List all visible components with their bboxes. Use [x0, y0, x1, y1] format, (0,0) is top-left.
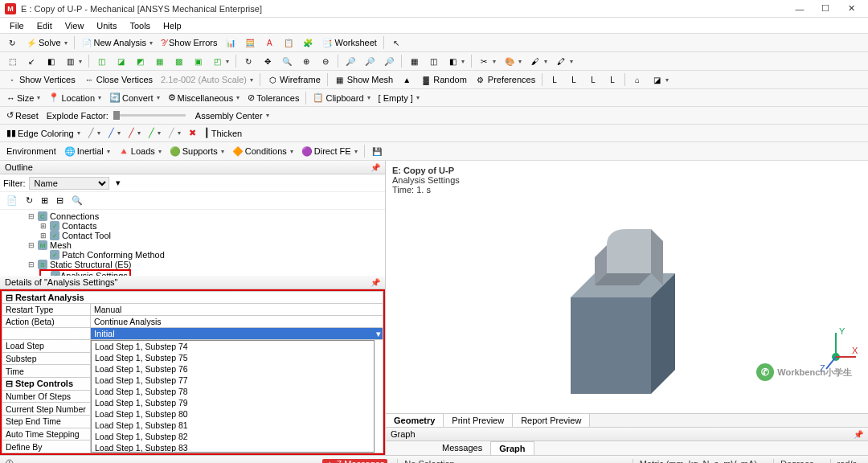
tool-b-icon[interactable]: 🧮 — [241, 35, 259, 50]
zoom-box-icon[interactable]: 🔍 — [278, 54, 296, 68]
show-vertices-button[interactable]: ◦Show Vertices — [3, 72, 79, 87]
dropdown-option[interactable]: Load Step 1, Substep 76 — [92, 363, 374, 375]
tree-node[interactable]: ⊟CConnections — [3, 211, 382, 221]
dropdown-option[interactable]: Load Step 1, Substep 77 — [92, 375, 374, 386]
location-menu[interactable]: 📍 Location — [45, 91, 104, 104]
tree-expand-icon[interactable]: ⊞ — [38, 194, 51, 207]
dropdown-option[interactable]: Load Step 1, Substep 79 — [92, 397, 374, 408]
home-icon[interactable]: ⌂ — [628, 72, 646, 87]
mag1-icon[interactable]: 🔎 — [342, 54, 359, 68]
cube1-icon[interactable]: ◫ — [92, 54, 110, 68]
ec-x-icon[interactable]: ✖ — [186, 126, 199, 140]
sel-edge-icon[interactable]: ↙ — [23, 54, 40, 68]
rotate-icon[interactable]: ↻ — [240, 54, 257, 68]
zoom-icon[interactable]: ⊖ — [317, 54, 334, 68]
row-load-step[interactable]: Load Step Load Step 1, Substep 74Load St… — [2, 340, 383, 353]
preferences-button[interactable]: ⚙Preferences — [472, 72, 538, 87]
pin2-icon[interactable]: 📌 — [371, 278, 380, 287]
row-action[interactable]: Action (Beta)Continue Analysis — [2, 316, 383, 328]
cube2-icon[interactable]: ◪ — [112, 54, 129, 68]
close-vertices-button[interactable]: ◦◦Close Vertices — [80, 72, 156, 87]
tolerances-menu[interactable]: ⊘ Tolerances — [244, 91, 302, 104]
tree-collapse-icon[interactable]: ⊟ — [53, 194, 67, 207]
cube4-icon[interactable]: ▦ — [150, 54, 168, 68]
ec2-icon[interactable]: ╱ — [105, 126, 124, 140]
size-menu[interactable]: ↔ Size — [3, 92, 43, 104]
explode-slider[interactable] — [113, 114, 186, 117]
solve-button[interactable]: ⚡Solve — [23, 35, 71, 50]
close-button[interactable]: ✕ — [839, 2, 863, 16]
minimize-button[interactable]: — — [788, 2, 812, 16]
menu-tools[interactable]: Tools — [123, 19, 157, 32]
dropdown-option[interactable]: Load Step 1, Substep 74 — [92, 341, 374, 352]
clipboard-menu[interactable]: 📋 Clipboard — [309, 91, 373, 104]
mesh-k-icon[interactable]: ▲ — [398, 72, 416, 87]
show-mesh-button[interactable]: ▦Show Mesh — [331, 72, 396, 87]
menu-view[interactable]: View — [59, 19, 91, 32]
tab-messages[interactable]: Messages — [434, 441, 490, 455]
csys3-icon[interactable]: L — [584, 72, 602, 87]
tool-a-icon[interactable]: 📊 — [222, 35, 240, 50]
tree-node[interactable]: ⊞✓Contacts — [3, 221, 382, 231]
ec5-icon[interactable]: ╱ — [166, 126, 184, 140]
menu-file[interactable]: File — [3, 19, 31, 32]
directfe-menu[interactable]: 🟣 Direct FE — [298, 145, 361, 158]
color-icon[interactable]: 🎨 — [501, 54, 525, 68]
dropdown-option[interactable]: Load Step 1, Substep 75 — [92, 352, 374, 363]
pin3-icon[interactable]: 📌 — [854, 430, 863, 439]
supports-menu[interactable]: 🟢 Supports — [166, 145, 227, 158]
palette-icon[interactable]: 🖍 — [552, 54, 576, 68]
clipboard-empty[interactable]: [ Empty ] — [375, 92, 423, 104]
auto-scale-combo[interactable]: 2.1e-002 (Auto Scale) — [158, 73, 256, 86]
pan-icon[interactable]: ✥ — [259, 54, 276, 68]
misc-menu[interactable]: ⚙ Miscellaneous — [165, 91, 244, 104]
show-errors-button[interactable]: ?∕Show Errors — [158, 36, 221, 49]
tree-btn1[interactable]: 📄 — [3, 194, 21, 207]
slice-icon[interactable]: ✂ — [475, 54, 499, 68]
sel-face-icon[interactable]: ◧ — [42, 54, 59, 68]
view3-icon[interactable]: ◧ — [444, 54, 468, 68]
zoom-fit-icon[interactable]: ⊕ — [297, 54, 315, 68]
restart-point-dropdown[interactable]: Load Step 1, Substep 74Load Step 1, Subs… — [91, 340, 383, 453]
tool-d-icon[interactable]: 📋 — [280, 35, 297, 50]
tab-print-preview[interactable]: Print Preview — [444, 414, 513, 427]
refresh-icon[interactable]: ↻ — [3, 35, 21, 50]
mag2-icon[interactable]: 🔎 — [361, 54, 379, 68]
dropdown-option[interactable]: Load Step 1, Substep 80 — [92, 408, 374, 420]
filter-select[interactable]: Name — [29, 177, 109, 190]
cube5-icon[interactable]: ▩ — [170, 54, 187, 68]
sel-vertex-icon[interactable]: ⬚ — [3, 54, 21, 68]
cube6-icon[interactable]: ▣ — [189, 54, 207, 68]
view2-icon[interactable]: ◫ — [424, 54, 442, 68]
convert-menu[interactable]: 🔄 Convert — [106, 91, 163, 104]
loads-menu[interactable]: 🔺 Loads — [115, 145, 165, 158]
row-current-restart-point[interactable]: Current Restart Point Initial▾ — [2, 328, 383, 340]
dropdown-option[interactable]: Load Step 1, Substep 83 — [92, 442, 374, 453]
reset-button[interactable]: ↺ Reset — [3, 109, 42, 122]
arrow-dn[interactable]: ◪ — [648, 72, 672, 87]
tree-node[interactable]: ✓Analysis Settings — [3, 269, 382, 276]
csys1-icon[interactable]: L — [546, 72, 563, 87]
dropdown-option[interactable]: Load Step 1, Substep 78 — [92, 386, 374, 397]
tool-c-icon[interactable]: A — [260, 35, 278, 50]
tab-geometry[interactable]: Geometry — [386, 414, 444, 427]
menu-units[interactable]: Units — [90, 19, 123, 32]
menu-edit[interactable]: Edit — [31, 19, 59, 32]
filter-clear-icon[interactable]: ▾ — [113, 176, 124, 190]
cube3-icon[interactable]: ◩ — [131, 54, 149, 68]
ec3-icon[interactable]: ╱ — [125, 126, 144, 140]
tab-graph[interactable]: Graph — [490, 441, 534, 455]
tree-node[interactable]: ✓Patch Conforming Method — [3, 250, 382, 260]
ec1-icon[interactable]: ╱ — [85, 126, 104, 140]
csys4-icon[interactable]: L — [604, 72, 621, 87]
tree-node[interactable]: ⊞✓Contact Tool — [3, 231, 382, 240]
tree-btn2[interactable]: ↻ — [23, 194, 36, 207]
maximize-button[interactable]: ☐ — [813, 2, 837, 16]
inertial-menu[interactable]: 🌐 Inertial — [61, 145, 113, 158]
paint-icon[interactable]: 🖌 — [526, 54, 551, 68]
csys2-icon[interactable]: L — [565, 72, 583, 87]
wireframe-button[interactable]: ⬡Wireframe — [264, 72, 324, 87]
mag3-icon[interactable]: 🔎 — [380, 54, 398, 68]
cube7-icon[interactable]: ◰ — [208, 54, 232, 68]
pin-icon[interactable]: 📌 — [371, 163, 380, 172]
